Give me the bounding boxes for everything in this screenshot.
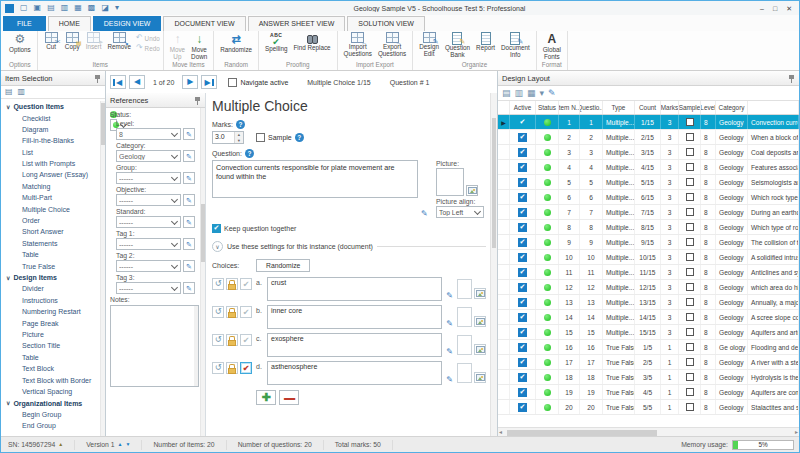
layout-dropdown-icon[interactable]: ▾ xyxy=(540,89,545,98)
column-header[interactable]: Status xyxy=(536,101,559,114)
sample-checkbox[interactable] xyxy=(686,268,694,276)
active-checkbox[interactable] xyxy=(518,208,527,217)
ribbon-button-insert[interactable]: Insert xyxy=(83,32,105,50)
sample-checkbox[interactable] xyxy=(686,298,694,306)
table-row[interactable]: ▶ 10 10 Multiple... 10/15 3 8 Geology A … xyxy=(498,250,799,265)
sidebar-item-true-false[interactable]: True False xyxy=(1,261,105,272)
spin-down-icon[interactable]: ▾ xyxy=(235,138,243,144)
scrollbar-thumb[interactable] xyxy=(507,430,657,436)
select-group[interactable]: ------ xyxy=(116,172,181,184)
edit-list-button[interactable]: ✎ xyxy=(183,172,195,184)
ribbon-button-global-fonts[interactable]: AGlobal Fonts xyxy=(540,32,564,60)
table-row[interactable]: ▶ 18 18 True False 3/5 1 8 Geology Hydro… xyxy=(498,370,799,385)
column-header[interactable] xyxy=(748,101,799,114)
sample-checkbox[interactable] xyxy=(686,178,694,186)
sidebar-item-page-break[interactable]: Page Break xyxy=(1,318,105,329)
choice-edit-button[interactable]: ✎ xyxy=(444,348,455,356)
print-icon[interactable]: ▩ xyxy=(88,4,96,12)
choice-correct-checkbox[interactable]: ✔ xyxy=(240,334,252,346)
randomize-choices-button[interactable]: Randomize xyxy=(256,259,310,272)
column-header[interactable]: Questio... xyxy=(580,101,603,114)
save-icon[interactable]: ▤ xyxy=(47,4,55,12)
tree-section-design-items[interactable]: ∨Design Items xyxy=(1,272,105,284)
close-icon[interactable]: ✕ xyxy=(786,5,792,12)
ribbon-button-find-replace[interactable]: Find Replace xyxy=(290,32,333,52)
table-row[interactable]: ▶ 4 4 Multiple... 4/15 3 8 Geology Featu… xyxy=(498,160,799,175)
choice-correct-checkbox[interactable]: ✔ xyxy=(240,306,252,318)
tree-section-organizational-items[interactable]: ∨Organizational Items xyxy=(1,397,105,409)
sample-checkbox[interactable] xyxy=(686,148,694,156)
question-edit-button[interactable]: ✎ xyxy=(421,209,428,218)
active-checkbox[interactable] xyxy=(518,313,527,322)
references-scrollbar[interactable] xyxy=(200,108,205,436)
column-header[interactable]: Active xyxy=(510,101,536,114)
tab-document-view[interactable]: DOCUMENT VIEW xyxy=(163,16,245,31)
sidebar-item-text-block[interactable]: Text Block xyxy=(1,363,105,374)
column-header[interactable]: Category xyxy=(716,101,748,114)
tab-solution-view[interactable]: SOLUTION VIEW xyxy=(347,16,425,31)
help-icon[interactable] xyxy=(295,133,304,142)
sidebar-scrollbar[interactable] xyxy=(100,101,105,436)
save-copy-icon[interactable]: ▦ xyxy=(74,4,82,12)
picture-box[interactable] xyxy=(436,168,464,196)
tab-design-view[interactable]: DESIGN VIEW xyxy=(93,16,162,31)
choice-correct-checkbox[interactable]: ✔ xyxy=(240,362,252,374)
filter-edit-icon[interactable]: ✎ xyxy=(548,89,556,98)
question-text-input[interactable]: Convection currents responsible for plat… xyxy=(212,160,418,198)
sample-checkbox[interactable] xyxy=(686,238,694,246)
sidebar-item-picture[interactable]: Picture xyxy=(1,329,105,340)
folder-icon[interactable]: ◪ xyxy=(101,4,109,12)
column-header[interactable]: Item N... xyxy=(559,101,580,114)
active-checkbox[interactable] xyxy=(518,283,527,292)
sidebar-item-multi-part[interactable]: Multi-Part xyxy=(1,192,105,203)
sample-checkbox[interactable] xyxy=(686,343,694,351)
sample-checkbox[interactable] xyxy=(686,193,694,201)
collapse-all-icon[interactable]: ▥ xyxy=(18,88,26,96)
sample-checkbox[interactable] xyxy=(686,313,694,321)
active-checkbox[interactable] xyxy=(518,238,527,247)
ribbon-button-question-bank[interactable]: Question Bank xyxy=(442,32,473,58)
active-checkbox[interactable] xyxy=(518,253,527,262)
ribbon-button-document-info[interactable]: Document Info xyxy=(498,32,533,58)
choice-text-input[interactable]: asthenosphere xyxy=(267,361,442,385)
sidebar-item-table[interactable]: Table xyxy=(1,352,105,363)
pin-icon[interactable] xyxy=(95,74,101,83)
choice-correct-checkbox[interactable]: ✔ xyxy=(240,278,252,290)
pin-icon[interactable] xyxy=(195,96,201,105)
table-row[interactable]: ▶ 15 15 Multiple... 15/15 3 8 Geology Aq… xyxy=(498,325,799,340)
sidebar-item-multiple-choice[interactable]: Multiple Choice xyxy=(1,204,105,215)
layout-3-icon[interactable]: ▦ xyxy=(527,89,536,98)
last-item-button[interactable] xyxy=(201,75,217,89)
ribbon-button-move-down[interactable]: ↓Move Down xyxy=(188,32,210,60)
choice-edit-button[interactable]: ✎ xyxy=(444,320,455,328)
next-item-button[interactable]: ▶ xyxy=(182,75,198,89)
active-checkbox[interactable] xyxy=(518,388,527,397)
edit-list-button[interactable]: ✎ xyxy=(183,260,195,272)
version-up-icon[interactable]: ▲ xyxy=(118,442,123,447)
choice-lock-button[interactable] xyxy=(226,362,238,374)
active-checkbox[interactable] xyxy=(518,178,527,187)
table-row[interactable]: ▶ 5 5 Multiple... 5/15 3 8 Geology Seism… xyxy=(498,175,799,190)
column-header[interactable] xyxy=(498,101,510,114)
active-checkbox[interactable] xyxy=(518,268,527,277)
active-checkbox[interactable] xyxy=(518,193,527,202)
open-icon[interactable]: ▣ xyxy=(34,4,42,12)
select-level[interactable]: 8 xyxy=(116,128,181,140)
previous-item-button[interactable]: ◀ xyxy=(129,75,145,89)
column-header[interactable]: Sample xyxy=(679,101,701,114)
table-row[interactable]: ▶ 3 3 Multiple... 3/15 3 8 Geology Coal … xyxy=(498,145,799,160)
select-standard[interactable]: ------ xyxy=(116,216,181,228)
sidebar-item-matching[interactable]: Matching xyxy=(1,181,105,192)
expand-all-icon[interactable]: ▤ xyxy=(5,88,13,96)
column-header[interactable]: Level xyxy=(701,101,716,114)
sample-checkbox[interactable] xyxy=(686,328,694,336)
ribbon-button-redo[interactable]: ↷Redo xyxy=(136,44,160,52)
maximize-icon[interactable]: □ xyxy=(773,5,777,12)
sidebar-item-order[interactable]: Order xyxy=(1,215,105,226)
sample-checkbox[interactable] xyxy=(686,283,694,291)
tree-section-question-items[interactable]: ∨Question Items xyxy=(1,101,105,113)
sidebar-item-text-block-with-border[interactable]: Text Block with Border xyxy=(1,375,105,386)
choice-lock-button[interactable] xyxy=(226,306,238,318)
ribbon-button-randomize[interactable]: ⇄Randomize xyxy=(217,32,255,53)
active-checkbox[interactable] xyxy=(518,328,527,337)
